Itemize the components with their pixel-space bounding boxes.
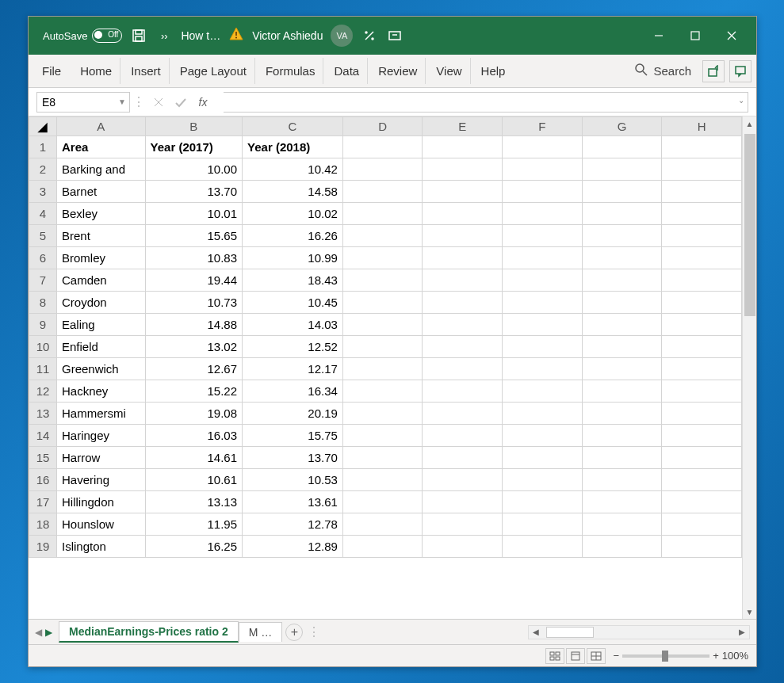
ribbon-mode-icon[interactable] [386, 27, 403, 44]
cell[interactable] [582, 425, 662, 447]
sheet-nav[interactable]: ◀ ▶ [29, 627, 59, 638]
minimize-button[interactable] [641, 20, 677, 52]
col-header[interactable]: D [342, 117, 423, 136]
autosave-toggle[interactable]: AutoSave Off [43, 29, 122, 43]
row-header[interactable]: 17 [29, 491, 57, 513]
ribbon-tab-formulas[interactable]: Formulas [257, 58, 324, 84]
sheet-next-icon[interactable]: ▶ [45, 627, 52, 638]
chevron-down-icon[interactable]: ⌄ [738, 96, 744, 105]
cell[interactable]: Haringey [56, 425, 145, 447]
cell[interactable]: 10.53 [243, 469, 343, 491]
row-header[interactable]: 7 [29, 269, 57, 292]
row-header[interactable]: 14 [29, 425, 57, 447]
cell[interactable] [503, 491, 583, 513]
cell[interactable]: 10.83 [145, 247, 242, 269]
cell[interactable] [342, 403, 423, 425]
cell[interactable] [342, 225, 423, 247]
cell[interactable]: Ealing [56, 314, 145, 336]
cell[interactable] [423, 380, 503, 403]
zoom-controls[interactable]: − + 100% [614, 650, 748, 662]
row-header[interactable]: 19 [29, 536, 57, 558]
cell[interactable] [582, 225, 662, 247]
cell[interactable] [582, 181, 662, 203]
ribbon-tab-insert[interactable]: Insert [122, 58, 170, 84]
cell[interactable]: Havering [56, 469, 145, 491]
sheet-tab-active[interactable]: MedianEarnings-Prices ratio 2 [59, 621, 239, 643]
cell[interactable]: Hillingdon [56, 491, 145, 513]
cell[interactable] [342, 491, 423, 513]
cell[interactable] [662, 491, 742, 513]
cell[interactable] [662, 158, 742, 181]
cell[interactable]: 13.61 [243, 491, 343, 513]
cell[interactable] [342, 181, 423, 203]
cell[interactable] [423, 403, 503, 425]
name-box[interactable]: E8 ▼ [36, 92, 130, 113]
row-header[interactable]: 13 [29, 403, 57, 425]
cell[interactable]: 10.45 [243, 292, 343, 314]
cell[interactable] [582, 158, 662, 181]
cell[interactable] [423, 314, 503, 336]
cell[interactable] [423, 269, 503, 292]
cell[interactable] [503, 536, 583, 558]
cell[interactable] [503, 292, 583, 314]
view-page-break-button[interactable] [587, 648, 606, 664]
cell[interactable] [662, 513, 742, 536]
cell[interactable]: Area [56, 136, 145, 158]
cell[interactable]: Year (2018) [243, 136, 343, 158]
cell[interactable] [662, 358, 742, 380]
cell[interactable] [423, 136, 503, 158]
cell[interactable]: Hounslow [56, 513, 145, 536]
cell[interactable] [582, 447, 662, 469]
cell[interactable] [662, 403, 742, 425]
cell[interactable]: 12.89 [243, 536, 343, 558]
cell[interactable]: Bexley [56, 203, 145, 225]
cell[interactable] [582, 314, 662, 336]
cell[interactable] [342, 447, 423, 469]
cell[interactable]: 19.08 [145, 403, 242, 425]
maximize-button[interactable] [677, 20, 713, 52]
cell[interactable] [503, 425, 583, 447]
cell[interactable]: Bromley [56, 247, 145, 269]
cell[interactable]: Islington [56, 536, 145, 558]
cell[interactable] [582, 203, 662, 225]
cell[interactable]: 12.67 [145, 358, 242, 380]
cell[interactable]: Brent [56, 225, 145, 247]
col-header[interactable]: B [145, 117, 242, 136]
comments-button[interactable] [729, 60, 751, 82]
cell[interactable]: 19.44 [145, 269, 242, 292]
cell[interactable] [582, 380, 662, 403]
cell[interactable]: 14.88 [145, 314, 242, 336]
cell[interactable] [342, 136, 423, 158]
scroll-thumb[interactable] [546, 627, 594, 638]
cell[interactable] [662, 380, 742, 403]
col-header[interactable]: C [243, 117, 343, 136]
cell[interactable] [582, 136, 662, 158]
row-header[interactable]: 5 [29, 225, 57, 247]
cell[interactable] [662, 425, 742, 447]
cell[interactable]: 10.02 [243, 203, 343, 225]
ribbon-tab-data[interactable]: Data [325, 58, 368, 84]
cell[interactable] [503, 269, 583, 292]
cancel-formula-button[interactable] [147, 92, 170, 113]
cell[interactable]: 13.02 [145, 336, 242, 358]
row-header[interactable]: 10 [29, 336, 57, 358]
cell[interactable] [582, 292, 662, 314]
cell[interactable] [423, 225, 503, 247]
cell[interactable] [342, 336, 423, 358]
cell[interactable] [662, 225, 742, 247]
cell[interactable] [582, 269, 662, 292]
cell[interactable]: Camden [56, 269, 145, 292]
cell[interactable] [662, 447, 742, 469]
cell[interactable]: 10.01 [145, 203, 242, 225]
cell[interactable] [423, 536, 503, 558]
row-header[interactable]: 6 [29, 247, 57, 269]
zoom-slider[interactable] [622, 654, 709, 658]
share-button[interactable] [702, 60, 725, 82]
cell[interactable] [342, 513, 423, 536]
cell[interactable] [662, 314, 742, 336]
cell[interactable] [423, 447, 503, 469]
cell[interactable] [423, 292, 503, 314]
cell[interactable] [582, 358, 662, 380]
cell[interactable] [503, 136, 583, 158]
search-box[interactable]: Search [634, 63, 691, 80]
